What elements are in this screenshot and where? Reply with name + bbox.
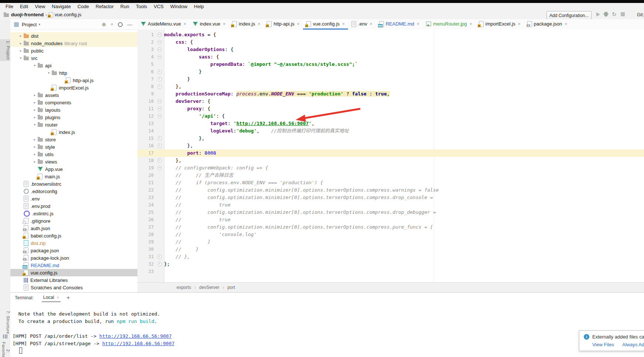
stop-icon[interactable] bbox=[621, 12, 625, 16]
tree-item-vue-config-js[interactable]: JSvue.config.js bbox=[10, 269, 137, 276]
tree-item-http-api-js[interactable]: JShttp-api.js bbox=[10, 77, 137, 84]
editor-tab-index-js[interactable]: JSindex.js× bbox=[229, 19, 263, 30]
code-line-20[interactable]: 20 // // 生产去除日志 bbox=[137, 172, 644, 179]
tree-item-package-json[interactable]: {}package.json bbox=[10, 247, 137, 254]
tree-chevron-icon[interactable]: ▾ bbox=[32, 123, 38, 127]
code-line-30[interactable]: 30 // } bbox=[137, 246, 644, 253]
code-line-11[interactable]: 11 proxy: { bbox=[137, 105, 644, 112]
tab-close-icon[interactable]: × bbox=[258, 21, 260, 27]
fold-icon[interactable] bbox=[158, 262, 161, 266]
fold-marker[interactable] bbox=[155, 144, 164, 148]
menu-refactor[interactable]: Refactor bbox=[92, 4, 117, 9]
hide-panel-icon[interactable]: — bbox=[127, 21, 132, 27]
tree-item-layouts[interactable]: ▸layouts bbox=[10, 106, 137, 114]
fold-icon[interactable] bbox=[158, 99, 161, 104]
tree-item-store[interactable]: ▸store bbox=[10, 136, 137, 143]
menu-edit[interactable]: Edit bbox=[17, 4, 31, 9]
code-line-8[interactable]: 8 }, bbox=[137, 83, 644, 90]
tree-item-style[interactable]: ▸style bbox=[10, 143, 137, 151]
project-view-dropdown-icon[interactable]: ▾ bbox=[38, 23, 40, 26]
project-panel-title[interactable]: Project bbox=[22, 22, 37, 27]
tree-item-router[interactable]: ▾router bbox=[10, 121, 137, 128]
tab-close-icon[interactable]: × bbox=[342, 21, 345, 27]
fold-icon[interactable] bbox=[158, 55, 161, 59]
code-line-1[interactable]: 1module.exports = { bbox=[137, 31, 644, 38]
fold-marker[interactable] bbox=[155, 136, 164, 141]
terminal-panel[interactable]: Terminal: Local × + Note that the develo… bbox=[10, 292, 644, 357]
fold-marker[interactable] bbox=[155, 40, 164, 44]
code-line-6[interactable]: 6 } bbox=[137, 68, 644, 75]
code-line-4[interactable]: 4 sass: { bbox=[137, 53, 644, 61]
tab-close-icon[interactable]: × bbox=[470, 21, 472, 27]
terminal-tab-close-icon[interactable]: × bbox=[57, 295, 59, 300]
fold-icon[interactable] bbox=[158, 255, 161, 259]
fold-icon[interactable] bbox=[158, 114, 161, 118]
tree-item-http[interactable]: ▾http bbox=[10, 69, 137, 77]
editor-breadcrumb-port[interactable]: port bbox=[227, 285, 235, 290]
toolwindow-project-button[interactable]: 1: Project bbox=[0, 39, 10, 61]
editor-tab-env[interactable]: .env× bbox=[348, 19, 376, 30]
locate-file-icon[interactable]: ⊕ bbox=[102, 22, 106, 27]
fold-icon[interactable] bbox=[158, 40, 161, 44]
fold-marker[interactable] bbox=[155, 114, 164, 118]
tab-close-icon[interactable]: × bbox=[297, 21, 300, 27]
menu-vcs[interactable]: VCS bbox=[150, 4, 167, 9]
tree-item-utils[interactable]: ▸utils bbox=[10, 151, 137, 158]
tree-chevron-icon[interactable]: ▸ bbox=[32, 145, 38, 149]
panel-settings-gear-icon[interactable] bbox=[118, 22, 123, 27]
fold-icon[interactable] bbox=[158, 144, 161, 148]
code-line-9[interactable]: 9 productionSourceMap: process.env.NODE_… bbox=[137, 90, 644, 98]
editor-tab-importexcel-js[interactable]: JSimportExcel.js× bbox=[476, 19, 524, 30]
tree-item-env[interactable]: .env bbox=[10, 195, 137, 202]
tree-chevron-icon[interactable]: ▾ bbox=[46, 71, 52, 75]
tree-item-app-vue[interactable]: App.vue bbox=[10, 165, 137, 173]
fold-marker[interactable] bbox=[155, 84, 164, 89]
tree-item-babel-config-js[interactable]: JSbabel.config.js bbox=[10, 232, 137, 239]
menu-run[interactable]: Run bbox=[117, 4, 133, 9]
code-line-15[interactable]: 15 }, bbox=[137, 135, 644, 142]
code-line-7[interactable]: 7 } bbox=[137, 75, 644, 83]
tree-chevron-icon[interactable]: ▸ bbox=[18, 34, 24, 38]
code-line-18[interactable]: 18 }, bbox=[137, 157, 644, 164]
update-project-icon[interactable]: ↻ bbox=[612, 11, 617, 17]
fold-marker[interactable] bbox=[155, 255, 164, 259]
editor-tab-index-vue[interactable]: index.vue× bbox=[190, 19, 229, 30]
fold-marker[interactable] bbox=[155, 158, 164, 163]
code-line-32[interactable]: 32}; bbox=[137, 260, 644, 268]
editor-breadcrumb-devserver[interactable]: devServer bbox=[199, 285, 219, 290]
editor-tab-http-api-js[interactable]: JShttp-api.js× bbox=[263, 19, 303, 30]
toolwindow-structure-button[interactable]: 7: Structure bbox=[0, 311, 10, 334]
code-line-22[interactable]: 22 // config.optimization.minimizer[0].o… bbox=[137, 186, 644, 194]
tree-item-plugins[interactable]: ▸plugins bbox=[10, 114, 137, 121]
fold-icon[interactable] bbox=[158, 158, 161, 163]
tree-item-external-libraries[interactable]: External Libraries bbox=[10, 276, 137, 284]
tree-item-index-js[interactable]: JSindex.js bbox=[10, 128, 137, 136]
fold-marker[interactable] bbox=[155, 55, 164, 59]
editor-tab-menurouter-jpg[interactable]: menuRouter.jpg× bbox=[423, 19, 476, 30]
tree-item-dist[interactable]: ▸dist bbox=[10, 32, 137, 40]
tree-chevron-icon[interactable]: ▸ bbox=[32, 160, 38, 164]
tree-chevron-icon[interactable]: ▸ bbox=[18, 49, 24, 53]
tree-item-src[interactable]: ▾src bbox=[10, 54, 137, 62]
tree-item-readme-md[interactable]: MDREADME.md bbox=[10, 262, 137, 269]
tree-item-dist-zip[interactable]: dist.zip bbox=[10, 239, 137, 247]
code-line-26[interactable]: 26 // true bbox=[137, 216, 644, 223]
tab-close-icon[interactable]: × bbox=[417, 21, 419, 27]
fold-marker[interactable] bbox=[155, 166, 164, 170]
tree-item-importexcel-js[interactable]: JSimportExcel.js bbox=[10, 84, 137, 91]
tree-chevron-icon[interactable]: ▸ bbox=[32, 93, 38, 97]
code-line-5[interactable]: 5 prependData: `@import "~@/assets/scss/… bbox=[137, 61, 644, 68]
fold-icon[interactable] bbox=[158, 33, 161, 37]
editor-tab-readme-md[interactable]: MDREADME.md× bbox=[376, 19, 423, 30]
fold-marker[interactable] bbox=[155, 262, 164, 266]
menu-help[interactable]: Help bbox=[191, 4, 207, 9]
terminal-tab-local[interactable]: Local × bbox=[42, 295, 61, 302]
fold-icon[interactable] bbox=[158, 136, 161, 141]
breadcrumb-project[interactable]: duoji-frontend bbox=[11, 12, 44, 17]
tree-item-public[interactable]: ▸public bbox=[10, 47, 137, 54]
tree-item-package-lock-json[interactable]: {}package-lock.json bbox=[10, 254, 137, 262]
tree-chevron-icon[interactable]: ▸ bbox=[32, 101, 38, 104]
menu-file[interactable]: File bbox=[2, 4, 17, 9]
code-editor[interactable]: 1module.exports = {2 css: {3 loaderOptio… bbox=[137, 30, 644, 282]
tree-item-gitignore[interactable]: .gitignore bbox=[10, 217, 137, 225]
